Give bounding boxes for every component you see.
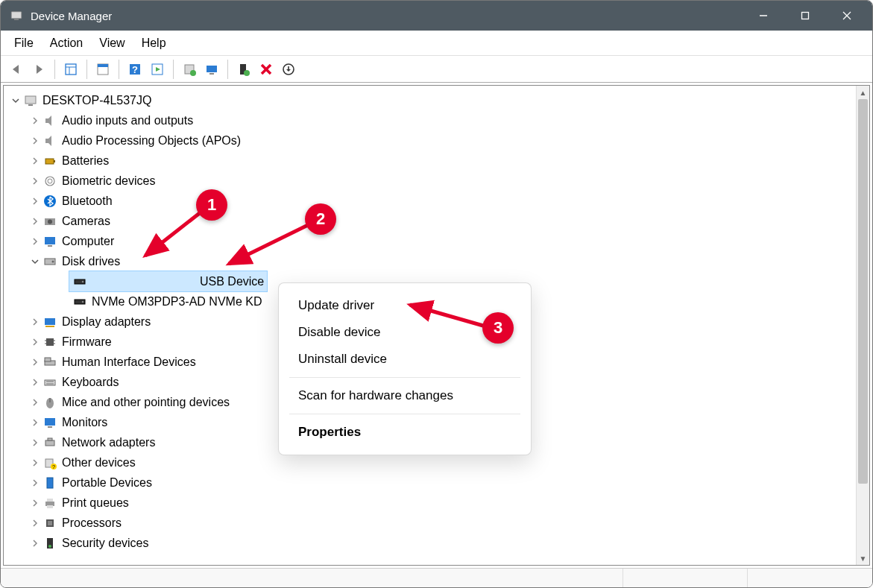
caret-right-icon[interactable] xyxy=(28,335,42,350)
svg-rect-49 xyxy=(46,338,54,346)
tree-item-printqueues[interactable]: Print queues xyxy=(4,493,856,513)
tree-item-portable[interactable]: Portable Devices xyxy=(4,472,856,493)
tree-item-label: Display adapters xyxy=(62,312,151,332)
caret-right-icon[interactable] xyxy=(28,375,42,390)
svg-rect-48 xyxy=(45,326,54,327)
caret-right-icon[interactable] xyxy=(28,133,42,148)
caret-right-icon[interactable] xyxy=(28,194,42,209)
device-manager-window: Device Manager File Action View Help ? xyxy=(0,0,873,588)
tree-item-disk-drives[interactable]: Disk drives xyxy=(4,251,856,271)
toolbar: ? xyxy=(1,56,872,83)
tree-item-computer[interactable]: Computer xyxy=(4,231,856,251)
caret-right-icon[interactable] xyxy=(28,355,42,370)
svg-marker-16 xyxy=(156,67,160,72)
tree-item-audio-io[interactable]: Audio inputs and outputs xyxy=(4,110,856,130)
caret-right-icon[interactable] xyxy=(28,435,42,450)
help-button[interactable]: ? xyxy=(124,58,146,80)
svg-point-35 xyxy=(48,179,52,183)
caret-down-icon[interactable] xyxy=(28,254,42,269)
back-button[interactable] xyxy=(5,58,28,80)
tree-item-other[interactable]: ? Other devices xyxy=(4,452,856,472)
tree-item-biometric[interactable]: Biometric devices xyxy=(4,171,856,191)
caret-right-icon[interactable] xyxy=(28,154,42,168)
svg-rect-1 xyxy=(14,19,19,21)
maximize-button[interactable] xyxy=(784,1,826,31)
hid-icon xyxy=(42,355,57,370)
caret-right-icon[interactable] xyxy=(28,174,42,189)
menu-file[interactable]: File xyxy=(7,32,41,54)
context-properties[interactable]: Properties xyxy=(279,419,531,446)
uninstall-device-button[interactable] xyxy=(277,58,300,80)
menu-help[interactable]: Help xyxy=(134,32,174,54)
disable-device-button[interactable] xyxy=(255,58,277,80)
svg-rect-62 xyxy=(48,426,52,428)
tree-item-label: Other devices xyxy=(62,452,136,472)
tree-item-label: Disk drives xyxy=(62,251,120,271)
caret-right-icon[interactable] xyxy=(28,395,42,410)
svg-point-75 xyxy=(48,545,51,548)
computer-icon xyxy=(23,93,38,108)
scroll-up-icon[interactable]: ▲ xyxy=(857,86,869,99)
context-uninstall-device[interactable]: Uninstall device xyxy=(279,346,531,373)
window-title: Device Manager xyxy=(31,10,743,22)
tree-item-label: USB Device xyxy=(200,271,264,291)
svg-rect-71 xyxy=(47,505,53,508)
tree-item-apo[interactable]: Audio Processing Objects (APOs) xyxy=(4,130,856,151)
svg-rect-3 xyxy=(802,13,809,19)
caret-right-icon[interactable] xyxy=(28,455,42,470)
enable-device-button[interactable] xyxy=(233,58,255,80)
scan-hardware-button[interactable] xyxy=(201,58,223,80)
svg-rect-73 xyxy=(48,521,52,525)
caret-right-icon[interactable] xyxy=(28,113,42,128)
caret-right-icon[interactable] xyxy=(28,475,42,490)
caret-right-icon[interactable] xyxy=(28,496,42,510)
tree-item-security[interactable]: Security devices xyxy=(4,533,856,553)
caret-right-icon[interactable] xyxy=(28,234,42,249)
menu-bar: File Action View Help xyxy=(1,31,872,56)
tree-item-processors[interactable]: Processors xyxy=(4,513,856,533)
minimize-button[interactable] xyxy=(743,1,784,31)
svg-rect-29 xyxy=(28,104,33,106)
caret-right-icon[interactable] xyxy=(28,415,42,430)
tree-item-bluetooth[interactable]: Bluetooth xyxy=(4,191,856,211)
scroll-track[interactable] xyxy=(857,99,869,551)
caret-right-icon[interactable] xyxy=(28,214,42,229)
update-driver-button[interactable] xyxy=(178,58,201,80)
toolbar-separator xyxy=(54,60,55,79)
properties-button[interactable] xyxy=(92,58,114,80)
network-icon xyxy=(42,435,57,450)
tree-root[interactable]: DESKTOP-4L537JQ xyxy=(4,90,856,110)
context-scan-hardware[interactable]: Scan for hardware changes xyxy=(279,382,531,409)
caret-right-icon[interactable] xyxy=(28,536,42,551)
tree-item-batteries[interactable]: Batteries xyxy=(4,151,856,171)
tree-item-cameras[interactable]: Cameras xyxy=(4,211,856,231)
tree-item-label: Cameras xyxy=(62,211,110,231)
svg-rect-61 xyxy=(45,418,55,426)
caret-right-icon[interactable] xyxy=(28,516,42,531)
tree-item-label: Portable Devices xyxy=(62,472,152,493)
tree-item-label: Batteries xyxy=(62,151,109,171)
svg-point-38 xyxy=(48,219,52,224)
svg-marker-6 xyxy=(13,65,19,74)
vertical-scrollbar[interactable]: ▲ ▼ xyxy=(856,86,869,565)
caret-down-icon[interactable] xyxy=(8,93,23,108)
disk-icon xyxy=(72,294,87,309)
tree-root-label: DESKTOP-4L537JQ xyxy=(42,90,151,110)
svg-rect-8 xyxy=(66,64,76,75)
scroll-down-icon[interactable]: ▼ xyxy=(857,551,869,565)
menu-action[interactable]: Action xyxy=(42,32,90,54)
action-button[interactable] xyxy=(146,58,168,80)
close-button[interactable] xyxy=(826,1,868,31)
tree-item-label: Keyboards xyxy=(62,372,119,392)
status-cell xyxy=(1,569,623,587)
scroll-thumb[interactable] xyxy=(858,99,868,484)
svg-point-44 xyxy=(82,280,83,282)
caret-right-icon[interactable] xyxy=(28,314,42,329)
tree-item-label: Print queues xyxy=(62,493,129,513)
menu-view[interactable]: View xyxy=(92,32,132,54)
svg-rect-64 xyxy=(48,438,52,440)
forward-button[interactable] xyxy=(28,58,50,80)
svg-rect-33 xyxy=(54,160,55,162)
show-hide-tree-button[interactable] xyxy=(60,58,82,80)
tree-item-label: Network adapters xyxy=(62,432,155,452)
